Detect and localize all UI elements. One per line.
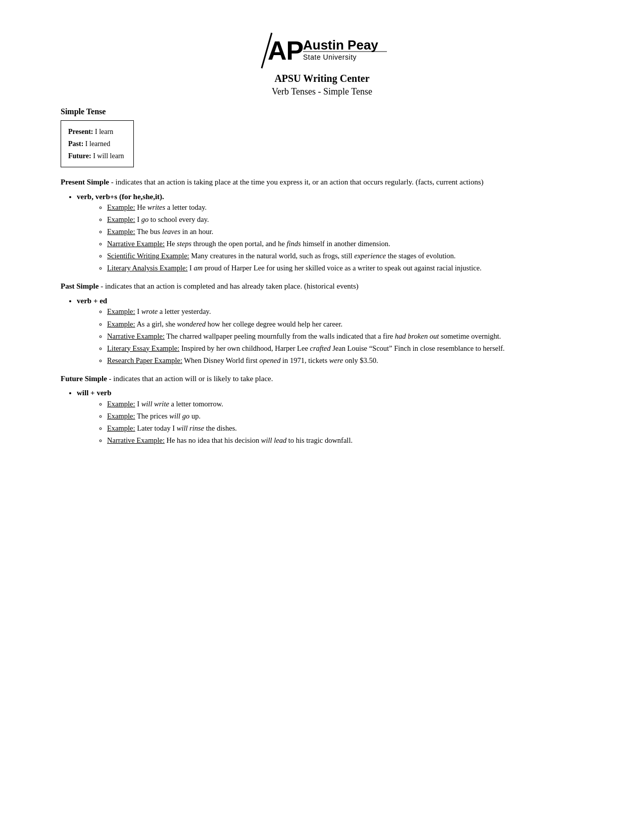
list-item: Example: The prices will go up. [107,411,583,422]
future-bullet-text: will + verb [77,389,112,397]
research-paper-label: Research Paper Example: [107,356,182,364]
list-item: Literary Essay Example: Inspired by her … [107,343,583,354]
future-tense-line: Future: I will learn [68,150,124,162]
present-value: I learn [95,128,113,135]
future-bullet-item: will + verb Example: I will write a lett… [77,387,583,446]
list-item: Example: As a girl, she wondered how her… [107,319,583,330]
past-value: I learned [85,140,110,148]
present-bullet-list: verb, verb+s (for he,she,it). Example: H… [77,191,583,274]
list-item: Research Paper Example: When Disney Worl… [107,355,583,366]
scientific-example-label: Scientific Writing Example: [107,252,189,260]
past-bullet-list: verb + ed Example: I wrote a letter yest… [77,295,583,366]
present-simple-desc: - indicates that an action is taking pla… [109,178,483,186]
present-simple-heading: Present Simple [61,178,109,186]
present-examples-list: Example: He writes a letter today. Examp… [107,202,583,273]
simple-tense-heading: Simple Tense [61,107,583,116]
example-label: Example: [107,412,135,420]
logo-svg: AP Austin Peay State University [257,30,388,71]
literary-essay-label: Literary Essay Example: [107,344,179,352]
tense-example-box: Present: I learn Past: I learned Future:… [61,120,134,167]
example-label: Example: [107,215,135,223]
example-label: Example: [107,227,135,236]
present-bullet-item: verb, verb+s (for he,she,it). Example: H… [77,191,583,274]
future-simple-section: Future Simple - indicates that an action… [61,373,583,446]
list-item: Narrative Example: The charred wallpaper… [107,331,583,342]
future-simple-intro: Future Simple - indicates that an action… [61,373,583,385]
present-simple-section: Present Simple - indicates that an actio… [61,176,583,273]
list-item: Narrative Example: He has no idea that h… [107,435,583,446]
page-header: AP Austin Peay State University APSU Wri… [61,30,583,97]
future-label: Future: [68,152,91,160]
svg-text:AP: AP [268,36,303,65]
past-simple-section: Past Simple - indicates that an action i… [61,281,583,365]
example-label: Example: [107,320,135,328]
example-label: Example: [107,424,135,432]
example-label: Example: [107,307,135,315]
literary-example-label: Literary Analysis Example: [107,264,187,272]
list-item: Example: He writes a letter today. [107,202,583,213]
past-simple-desc: - indicates that an action is completed … [98,282,358,290]
narrative-example-label: Narrative Example: [107,240,165,248]
page-subtitle: Verb Tenses - Simple Tense [61,86,583,97]
past-label: Past: [68,140,83,148]
present-tense-line: Present: I learn [68,126,124,138]
narrative-example-label: Narrative Example: [107,436,165,444]
list-item: Literary Analysis Example: I am proud of… [107,263,583,273]
list-item: Example: I wrote a letter yesterday. [107,306,583,317]
past-bullet-item: verb + ed Example: I wrote a letter yest… [77,295,583,366]
narrative-example-label: Narrative Example: [107,332,165,340]
list-item: Narrative Example: He steps through the … [107,239,583,249]
future-simple-desc: - indicates that an action will or is li… [107,375,273,383]
past-tense-line: Past: I learned [68,138,124,150]
present-bullet-text: verb, verb+s (for he,she,it). [77,193,164,201]
list-item: Example: I will write a letter tomorrow. [107,399,583,409]
list-item: Example: I go to school every day. [107,214,583,225]
future-value: I will learn [93,152,124,160]
past-simple-heading: Past Simple [61,282,98,290]
example-label: Example: [107,400,135,408]
future-bullet-list: will + verb Example: I will write a lett… [77,387,583,446]
example-label: Example: [107,203,135,211]
page-title: APSU Writing Center [61,73,583,84]
list-item: Scientific Writing Example: Many creatur… [107,251,583,261]
past-bullet-text: verb + ed [77,297,107,305]
future-simple-heading: Future Simple [61,375,107,383]
past-simple-intro: Past Simple - indicates that an action i… [61,281,583,292]
svg-text:Austin Peay: Austin Peay [303,37,378,53]
present-simple-intro: Present Simple - indicates that an actio… [61,176,583,188]
list-item: Example: Later today I will rinse the di… [107,423,583,434]
university-logo: AP Austin Peay State University [61,30,583,71]
future-examples-list: Example: I will write a letter tomorrow.… [107,399,583,446]
past-examples-list: Example: I wrote a letter yesterday. Exa… [107,306,583,365]
present-label: Present: [68,128,93,135]
list-item: Example: The bus leaves in an hour. [107,226,583,237]
svg-text:State University: State University [303,53,357,61]
